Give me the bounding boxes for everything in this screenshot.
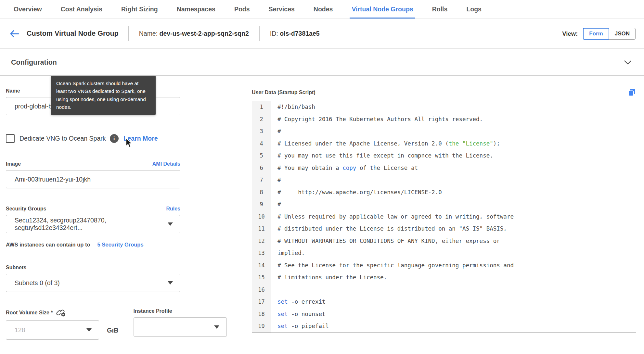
dedicate-vng-row: Dedicate VNG to Ocean Spark i Learn More	[6, 134, 233, 143]
line-number: 10	[252, 211, 271, 223]
caret-down-icon	[168, 281, 173, 284]
code-text: #!/bin/bash	[271, 101, 636, 113]
info-icon[interactable]: i	[110, 134, 119, 143]
rules-link[interactable]: Rules	[166, 206, 180, 212]
root-volume-group: Root Volume Size * 128	[6, 308, 99, 340]
subnets-label: Subnets	[6, 265, 26, 271]
code-line: 10 # Unless required by applicable law o…	[252, 211, 636, 223]
code-line: 11 # distributed under the License is di…	[252, 223, 636, 235]
image-field-label: Image	[6, 161, 21, 167]
line-number: 11	[252, 223, 271, 235]
line-number: 6	[252, 162, 271, 174]
code-text: # Licensed under the Apache License, Ver…	[271, 138, 636, 150]
vng-name-label: Name:	[139, 30, 158, 37]
code-line: 12 # WITHOUT WARRANTIES OR CONDITIONS OF…	[252, 235, 636, 247]
instance-profile-label: Instance Profile	[134, 308, 172, 314]
line-number: 3	[252, 125, 271, 138]
code-text	[271, 284, 636, 296]
vng-id: ID: ols-d7381ae5	[270, 30, 320, 37]
code-line: 15 # limitations under the License.	[252, 272, 636, 284]
view-json-button[interactable]: JSON	[609, 28, 636, 40]
tab-services[interactable]: Services	[269, 0, 295, 19]
security-groups-select[interactable]: Secu12324, secgroup23470870, segtuyfsd12…	[6, 215, 180, 233]
ocean-spark-tooltip: Ocean Spark clusters should have at leas…	[51, 76, 156, 115]
subnets-select[interactable]: Subnets 0 (of 3)	[6, 274, 180, 292]
copy-icon	[627, 88, 636, 97]
line-number: 1	[252, 101, 271, 113]
root-volume-size-select[interactable]: 128	[6, 320, 99, 340]
code-text: # limitations under the License.	[271, 272, 636, 284]
subnets-value: Subnets 0 (of 3)	[15, 279, 60, 287]
line-number: 2	[252, 113, 271, 126]
tab-nodes[interactable]: Nodes	[314, 0, 333, 19]
section-title: Configuration	[11, 58, 57, 67]
header-divider	[128, 26, 129, 41]
line-number: 17	[252, 296, 271, 308]
user-data-editor[interactable]: 1 #!/bin/bash 2 # Copyright 2016 The Kub…	[252, 101, 636, 333]
page-title: Custom Virtual Node Group	[27, 30, 119, 38]
code-line: 6 # You may obtain a copy of the License…	[252, 162, 636, 174]
name-input-value: prod-global-bl	[15, 103, 53, 110]
code-line: 9 #	[252, 198, 636, 211]
tab-namespaces[interactable]: Namespaces	[177, 0, 215, 19]
ami-details-link[interactable]: AMI Details	[152, 161, 180, 167]
view-label: View:	[562, 30, 578, 37]
dedicate-vng-label: Dedicate VNG to Ocean Spark	[19, 135, 106, 142]
code-text: # you may not use this file except in co…	[271, 150, 636, 162]
line-number: 16	[252, 284, 271, 296]
code-text: # http://www.apache.org/licenses/LICENSE…	[271, 186, 636, 199]
collapse-section-button[interactable]	[624, 60, 632, 65]
security-groups-limit-link[interactable]: 5 Security Groups	[97, 242, 143, 248]
back-arrow-icon	[9, 30, 19, 38]
tab-right-sizing[interactable]: Right Sizing	[121, 0, 158, 19]
code-line: 13 implied.	[252, 247, 636, 259]
copy-button[interactable]	[627, 88, 636, 97]
view-form-button[interactable]: Form	[583, 28, 609, 40]
vng-id-label: ID:	[270, 30, 278, 37]
gib-unit-label: GiB	[107, 327, 119, 340]
code-line: 18 set -o nounset	[252, 308, 636, 321]
image-input[interactable]: Ami-003fruuen12-yui-10jkh	[6, 170, 180, 188]
code-line: 1 #!/bin/bash	[252, 101, 636, 113]
code-text: #	[271, 174, 636, 186]
caret-down-icon	[86, 328, 92, 332]
security-groups-helper-text: AWS instances can contain up to	[6, 242, 90, 248]
root-volume-label: Root Volume Size *	[6, 310, 53, 316]
security-groups-helper: AWS instances can contain up to 5 Securi…	[6, 242, 233, 248]
view-switcher: View: Form JSON	[562, 28, 636, 40]
code-line: 3 #	[252, 125, 636, 138]
code-line: 14 # See the License for the specific la…	[252, 259, 636, 272]
back-button[interactable]	[9, 30, 19, 38]
code-text: implied.	[271, 247, 636, 259]
image-input-value: Ami-003fruuen12-yui-10jkh	[15, 176, 91, 183]
tab-logs[interactable]: Logs	[466, 0, 482, 19]
instance-profile-select[interactable]	[134, 317, 227, 337]
line-number: 14	[252, 259, 271, 272]
tab-virtual-node-groups[interactable]: Virtual Node Groups	[352, 0, 413, 19]
code-text: #	[271, 198, 636, 211]
code-text: #	[271, 125, 636, 138]
code-text: # You may obtain a copy of the License a…	[271, 162, 636, 174]
code-line: 4 # Licensed under the Apache License, V…	[252, 138, 636, 150]
chevron-down-icon	[624, 60, 632, 65]
code-text: # See the License for the specific langu…	[271, 259, 636, 272]
code-line: 19 set -o pipefail	[252, 320, 636, 333]
code-line: 2 # Copyright 2016 The Kubernetes Author…	[252, 113, 636, 126]
code-text: set -o nounset	[271, 308, 636, 321]
mouse-cursor	[125, 138, 135, 150]
tab-cost-analysis[interactable]: Cost Analysis	[61, 0, 102, 19]
user-data-column: User Data (Startup Script) 1 #!/bin/bash…	[252, 88, 636, 340]
code-text: # Copyright 2016 The Kubernetes Authors …	[271, 113, 636, 126]
line-number: 7	[252, 174, 271, 186]
tab-pods[interactable]: Pods	[234, 0, 250, 19]
vng-name-value: dev-us-west-2-app-sqn2-sqn2	[160, 30, 249, 37]
form-left-column: Name prod-global-bl Dedicate VNG to Ocea…	[6, 88, 233, 340]
link-icon	[56, 308, 66, 317]
line-number: 19	[252, 320, 271, 333]
line-number: 5	[252, 150, 271, 162]
tab-overview[interactable]: Overview	[14, 0, 42, 19]
dedicate-vng-checkbox[interactable]	[6, 134, 15, 143]
tab-rolls[interactable]: Rolls	[432, 0, 448, 19]
name-field-label: Name	[6, 88, 20, 94]
code-line: 16	[252, 284, 636, 296]
